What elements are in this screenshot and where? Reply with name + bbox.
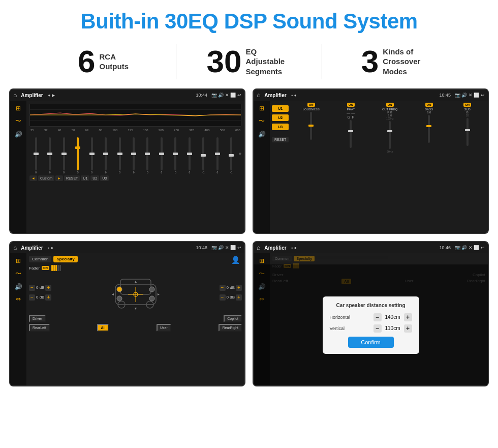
rearright-button[interactable]: RearRight: [219, 324, 242, 332]
user-button[interactable]: User: [157, 324, 171, 332]
speaker-icon-3[interactable]: 🔊: [15, 283, 22, 290]
stat-crossover-number: 3: [361, 46, 379, 77]
u1-button[interactable]: U1: [272, 105, 289, 112]
eq-u1-button[interactable]: U1: [81, 175, 89, 181]
eq-sliders: 0 0 0 5 0: [29, 133, 241, 174]
db3-plus[interactable]: +: [236, 285, 242, 291]
horizontal-plus[interactable]: +: [404, 313, 412, 321]
common-tab[interactable]: Common: [29, 256, 51, 262]
phat-label: PHAT: [347, 108, 355, 111]
u2-button[interactable]: U2: [272, 114, 289, 121]
eq-u3-button[interactable]: U3: [100, 175, 109, 181]
svg-point-10: [117, 296, 122, 301]
eq-slider-12[interactable]: 0: [183, 137, 196, 174]
eq-slider-8[interactable]: 0: [127, 137, 140, 174]
wave-icon[interactable]: 〜: [15, 117, 21, 126]
eq-prev-button[interactable]: ◄: [29, 175, 37, 181]
eq-slider-3[interactable]: 0: [57, 137, 70, 174]
db2-val: 0 dB: [36, 295, 44, 300]
horizontal-minus[interactable]: −: [374, 313, 382, 321]
loudness-label: LOUDNESS: [303, 108, 320, 111]
sub-slider[interactable]: [466, 118, 469, 146]
cutfreq-control: ON CUT FREQ F G 3.0 100Hz 90Hz: [382, 103, 398, 153]
fader-on-badge[interactable]: ON: [42, 266, 49, 270]
arrows-icon-3[interactable]: ⇔: [16, 295, 21, 303]
eq-icon-2[interactable]: ⊞: [259, 105, 264, 112]
eq-slider-10[interactable]: 0: [155, 137, 168, 174]
eq-slider-9[interactable]: 0: [141, 137, 154, 174]
db1-plus[interactable]: +: [45, 285, 51, 291]
eq-u2-button[interactable]: U2: [90, 175, 99, 181]
db2-plus[interactable]: +: [45, 294, 51, 301]
u3-button[interactable]: U3: [272, 124, 289, 130]
horizontal-ctrl: − 140cm +: [374, 313, 412, 321]
rearleft-button[interactable]: RearLeft: [29, 324, 50, 332]
eq-slider-13[interactable]: -1: [197, 137, 210, 174]
svg-point-9: [149, 287, 154, 292]
speaker-icon-2[interactable]: 🔊: [258, 131, 266, 138]
page-header: Buith-in 30EQ DSP Sound System: [0, 0, 498, 39]
db2-minus[interactable]: −: [29, 294, 35, 301]
eq-icon[interactable]: ⊞: [16, 105, 21, 112]
status-bar-dialog: ⌂ Amplifier ▪ ● 10:46 📷 🔊 ✕ ⬜ ↩: [254, 242, 488, 253]
phat-on-badge[interactable]: ON: [347, 103, 355, 107]
eq-slider-1[interactable]: 0: [29, 137, 42, 174]
eq-slider-11[interactable]: 0: [169, 137, 182, 174]
fader-slider[interactable]: [51, 265, 61, 271]
status-icons-1: 📷 🔊 ✕ ⬜ ↩: [211, 93, 241, 98]
horizontal-setting-row: Horizontal − 140cm +: [330, 313, 412, 321]
screen-amp: ⌂ Amplifier ▪ ● 10:45 📷 🔊 ✕ ⬜ ↩ ⊞ 〜 🔊 U1…: [253, 88, 489, 234]
db3-minus[interactable]: −: [220, 285, 226, 291]
stat-crossover: 3 Kinds ofCrossover Modes: [322, 46, 468, 77]
vertical-plus[interactable]: +: [404, 324, 412, 333]
cs-fader-row: Fader ON: [29, 265, 242, 271]
loudness-on-badge[interactable]: ON: [307, 103, 315, 107]
svg-text:◄: ◄: [111, 292, 114, 296]
eq-main: 253240506380 100125160200250320 40050063…: [26, 101, 244, 233]
driver-button[interactable]: Driver: [29, 315, 46, 322]
wave-icon-3[interactable]: 〜: [15, 270, 21, 278]
amp-reset-button[interactable]: RESET: [272, 137, 289, 142]
eq-curve-svg: [30, 104, 241, 126]
stats-row: 6 RCAOutputs 30 EQ AdjustableSegments 3 …: [0, 39, 498, 86]
specialty-tab[interactable]: Specialty: [53, 256, 77, 262]
bass-slider[interactable]: [428, 115, 430, 143]
eq-slider-4[interactable]: 5: [71, 137, 84, 174]
svg-text:▲: ▲: [134, 280, 137, 283]
eq-slider-14[interactable]: 0: [211, 137, 224, 174]
home-icon-4: ⌂: [257, 244, 260, 251]
speaker-icon[interactable]: 🔊: [15, 131, 22, 138]
db1-minus[interactable]: −: [29, 285, 35, 291]
bass-on-badge[interactable]: ON: [425, 103, 433, 107]
cutfreq-slider[interactable]: [389, 121, 391, 149]
amplifier-title-1: Amplifier: [21, 93, 43, 98]
eq-slider-2[interactable]: 0: [43, 137, 56, 174]
loudness-slider[interactable]: [310, 112, 312, 140]
eq-custom-button[interactable]: Custom: [38, 175, 54, 181]
dialog-screen-content: ⊞ 〜 🔊 ⇔ Common Specialty Fader ON: [254, 253, 488, 385]
time-2: 10:45: [439, 93, 451, 98]
copilot-button[interactable]: Copilot: [224, 315, 242, 322]
eq-slider-15[interactable]: -1: [225, 137, 238, 174]
eq-slider-6[interactable]: 0: [99, 137, 112, 174]
stat-rca-label: RCAOutputs: [99, 52, 129, 72]
eq-icon-4: ⊞: [259, 257, 264, 264]
all-button[interactable]: All: [97, 324, 109, 332]
sub-on-badge[interactable]: ON: [463, 103, 471, 107]
eq-reset-button[interactable]: RESET: [64, 175, 80, 181]
eq-next-button[interactable]: ►: [55, 175, 63, 181]
eq-slider-7[interactable]: 0: [113, 137, 126, 174]
status-bar-amp: ⌂ Amplifier ▪ ● 10:45 📷 🔊 ✕ ⬜ ↩: [254, 89, 488, 101]
fader-label: Fader: [29, 266, 40, 271]
confirm-button[interactable]: Confirm: [348, 337, 394, 348]
eq-icon-3[interactable]: ⊞: [16, 257, 21, 264]
vertical-minus[interactable]: −: [374, 324, 382, 333]
status-bar-eq: ⌂ Amplifier ● ▶ 10:44 📷 🔊 ✕ ⬜ ↩: [10, 89, 244, 101]
time-4: 10:46: [439, 245, 451, 250]
cutfreq-on-badge[interactable]: ON: [386, 103, 394, 107]
phat-slider[interactable]: [350, 120, 352, 148]
wave-icon-2[interactable]: 〜: [259, 117, 265, 126]
db4-plus[interactable]: +: [236, 294, 242, 301]
eq-slider-5[interactable]: 0: [85, 137, 98, 174]
db4-minus[interactable]: −: [220, 294, 226, 301]
